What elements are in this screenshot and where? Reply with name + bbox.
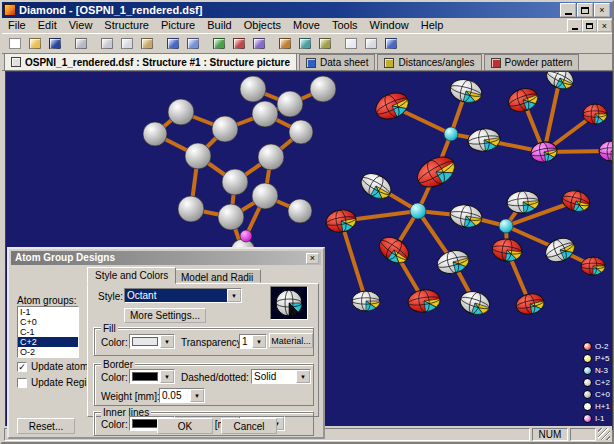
- gray-atom[interactable]: [288, 199, 312, 223]
- menu-objects[interactable]: Objects: [238, 18, 287, 32]
- red-ellipsoid-atom[interactable]: [583, 104, 607, 124]
- red-ellipsoid-atom[interactable]: [407, 288, 442, 314]
- tab-powder-pattern[interactable]: Powder pattern: [484, 54, 580, 70]
- new-file-button[interactable]: [5, 35, 25, 53]
- minimize-icon[interactable]: [560, 3, 576, 17]
- legend-item[interactable]: H+1: [583, 400, 610, 412]
- print-button[interactable]: [71, 35, 91, 53]
- help-button[interactable]: [381, 35, 401, 53]
- white-ellipsoid-atom[interactable]: [448, 202, 483, 229]
- white-ellipsoid-atom[interactable]: [457, 288, 492, 318]
- gray-atom[interactable]: [168, 99, 194, 125]
- cyan-atom[interactable]: [499, 219, 513, 233]
- fill-color-combobox[interactable]: ▼: [129, 334, 175, 349]
- close-icon[interactable]: ×: [594, 3, 610, 17]
- material-button[interactable]: Material...: [269, 333, 313, 348]
- atom-group-item[interactable]: O-2: [18, 347, 78, 357]
- legend-item[interactable]: C+2: [583, 376, 610, 388]
- more-settings-button[interactable]: More Settings...: [124, 308, 206, 323]
- border-weight-combobox[interactable]: 0.05 ▼: [159, 388, 205, 403]
- menu-file[interactable]: File: [2, 18, 32, 32]
- atom-group-item[interactable]: C+0: [18, 317, 78, 327]
- zoom-in-button[interactable]: [341, 35, 361, 53]
- red-ellipsoid-atom[interactable]: [514, 291, 546, 316]
- transparency-combobox[interactable]: 1 ▼: [239, 334, 267, 349]
- style-combobox[interactable]: Octant ▼: [124, 288, 242, 303]
- chevron-down-icon[interactable]: ▼: [227, 289, 241, 302]
- redo-button[interactable]: [183, 35, 203, 53]
- magenta-ellipsoid-atom[interactable]: [599, 141, 613, 161]
- move-mode-button[interactable]: [295, 35, 315, 53]
- chevron-down-icon[interactable]: ▼: [160, 335, 174, 348]
- zoom-out-button[interactable]: [361, 35, 381, 53]
- cyan-atom[interactable]: [410, 203, 426, 219]
- gray-atom[interactable]: [218, 204, 244, 230]
- save-button[interactable]: [45, 35, 65, 53]
- dashed-dotted-combobox[interactable]: Solid ▼: [251, 369, 311, 384]
- tab-model-and-radii[interactable]: Model and Radii: [173, 269, 261, 283]
- open-folder-button[interactable]: [25, 35, 45, 53]
- gray-atom[interactable]: [185, 143, 211, 169]
- update-atoms-row[interactable]: ✓ Update atoms: [17, 361, 93, 372]
- copy-button[interactable]: [117, 35, 137, 53]
- atom-group-item[interactable]: I-1: [18, 307, 78, 317]
- gray-atom[interactable]: [212, 116, 238, 142]
- chevron-down-icon[interactable]: ▼: [252, 335, 266, 348]
- menu-view[interactable]: View: [63, 18, 99, 32]
- red-ellipsoid-atom[interactable]: [412, 151, 460, 194]
- tab-distances-angles[interactable]: Distances/angles: [377, 54, 481, 70]
- menu-picture[interactable]: Picture: [155, 18, 201, 32]
- red-ellipsoid-atom[interactable]: [375, 232, 414, 268]
- red-ellipsoid-atom[interactable]: [505, 85, 541, 116]
- gray-atom[interactable]: [252, 101, 278, 127]
- white-ellipsoid-atom[interactable]: [435, 247, 472, 277]
- gray-atom[interactable]: [222, 169, 248, 195]
- gray-atom[interactable]: [240, 76, 266, 102]
- mdi-close-icon[interactable]: ×: [597, 19, 612, 32]
- white-ellipsoid-atom[interactable]: [352, 291, 380, 311]
- mdi-minimize-icon[interactable]: [567, 19, 582, 32]
- red-ellipsoid-atom[interactable]: [324, 208, 357, 235]
- atom-group-item[interactable]: C+2: [18, 337, 78, 347]
- menu-build[interactable]: Build: [201, 18, 237, 32]
- menu-move[interactable]: Move: [287, 18, 326, 32]
- periodic-table-button[interactable]: [209, 35, 229, 53]
- menu-structure[interactable]: Structure: [98, 18, 155, 32]
- ok-button[interactable]: OK: [157, 418, 213, 434]
- menu-help[interactable]: Help: [415, 18, 450, 32]
- legend-item[interactable]: N-3: [583, 364, 610, 376]
- legend-item[interactable]: I-1: [583, 412, 610, 424]
- new-structure-button[interactable]: [229, 35, 249, 53]
- legend-item[interactable]: C+0: [583, 388, 610, 400]
- measure-button[interactable]: [315, 35, 335, 53]
- border-color-combobox[interactable]: ▼: [129, 369, 175, 384]
- gray-atom[interactable]: [178, 196, 204, 222]
- tab-style-and-colors[interactable]: Style and Colors: [87, 267, 176, 284]
- reset-button[interactable]: Reset...: [17, 418, 75, 434]
- legend-item[interactable]: O-2: [583, 340, 610, 352]
- paste-button[interactable]: [137, 35, 157, 53]
- update-atoms-checkbox[interactable]: ✓: [17, 362, 27, 372]
- white-ellipsoid-atom[interactable]: [357, 168, 396, 203]
- update-registry-checkbox[interactable]: [17, 378, 27, 388]
- magenta-atom[interactable]: [240, 230, 252, 242]
- white-ellipsoid-atom[interactable]: [543, 72, 577, 93]
- red-ellipsoid-atom[interactable]: [491, 237, 524, 263]
- maximize-icon[interactable]: [577, 3, 593, 17]
- white-ellipsoid-atom[interactable]: [448, 76, 485, 106]
- resize-grip[interactable]: [598, 428, 610, 440]
- cyan-atom[interactable]: [444, 127, 458, 141]
- cancel-button[interactable]: Cancel: [221, 418, 277, 434]
- atom-groups-listbox[interactable]: I-1C+0C-1C+2O-2: [17, 306, 79, 358]
- white-ellipsoid-atom[interactable]: [542, 234, 578, 267]
- edit-picture-button[interactable]: [249, 35, 269, 53]
- white-ellipsoid-atom[interactable]: [506, 190, 540, 215]
- dialog-close-icon[interactable]: ×: [306, 253, 319, 264]
- mdi-restore-icon[interactable]: [582, 19, 597, 32]
- chevron-down-icon[interactable]: ▼: [190, 389, 204, 402]
- menu-edit[interactable]: Edit: [32, 18, 63, 32]
- dialog-title-bar[interactable]: Atom Group Designs ×: [11, 251, 321, 265]
- menu-window[interactable]: Window: [364, 18, 415, 32]
- gray-atom[interactable]: [252, 183, 278, 209]
- tab-data-sheet[interactable]: Data sheet: [299, 54, 375, 70]
